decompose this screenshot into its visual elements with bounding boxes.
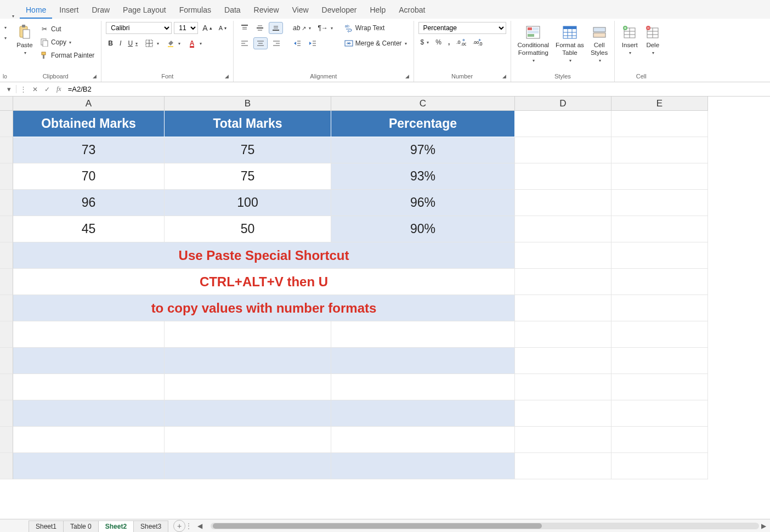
cell[interactable] [612, 190, 708, 216]
info-merged-cell[interactable]: to copy values with number formats [13, 295, 515, 321]
bold-button[interactable]: B [106, 38, 115, 48]
font-color-button[interactable]: A ▾ [185, 37, 204, 49]
orientation-button[interactable]: ab↗▾ [291, 23, 313, 33]
increase-font-button[interactable]: A▴ [200, 22, 214, 33]
font-size-select[interactable]: 11 [174, 22, 198, 34]
cell[interactable] [13, 453, 165, 479]
percent-format-button[interactable]: % [433, 37, 444, 47]
tab-home[interactable]: Home [20, 2, 52, 19]
align-bottom-button[interactable] [269, 22, 283, 34]
align-top-button[interactable] [238, 22, 251, 33]
italic-button[interactable]: I [117, 38, 123, 48]
cell[interactable] [612, 427, 708, 453]
cell[interactable] [515, 190, 612, 216]
sheet-tab-table-0[interactable]: Table 0 [63, 520, 99, 533]
row-header[interactable] [0, 163, 13, 190]
cell[interactable] [612, 269, 708, 295]
copy-button[interactable]: Copy ▾ [37, 36, 97, 48]
row-header[interactable] [0, 295, 13, 321]
row-header[interactable] [0, 190, 13, 216]
formula-input[interactable] [66, 84, 768, 94]
tab-page-layout[interactable]: Page Layout [117, 2, 172, 19]
table-cell[interactable]: 93% [331, 163, 515, 190]
tab-insert[interactable]: Insert [53, 2, 84, 19]
number-dialog-launcher[interactable]: ◢ [502, 73, 506, 79]
name-box-dropdown[interactable]: ▾ [2, 85, 16, 93]
tab-formulas[interactable]: Formulas [173, 2, 217, 19]
column-header-A[interactable]: A [13, 97, 165, 111]
tab-acrobat[interactable]: Acrobat [393, 2, 431, 19]
column-header-E[interactable]: E [612, 97, 708, 111]
sheet-tab-sheet1[interactable]: Sheet1 [29, 520, 64, 533]
table-cell[interactable]: 50 [165, 216, 331, 242]
cell[interactable] [515, 242, 612, 269]
row-header[interactable] [0, 348, 13, 374]
cell[interactable] [331, 348, 515, 374]
clipboard-dialog-launcher[interactable]: ◢ [93, 73, 97, 79]
tab-developer[interactable]: Developer [316, 2, 363, 19]
horizontal-scrollbar[interactable] [211, 523, 759, 529]
cell[interactable] [165, 427, 331, 453]
info-merged-cell[interactable]: CTRL+ALT+V then U [13, 269, 515, 295]
cell[interactable] [612, 374, 708, 400]
merge-center-button[interactable]: Merge & Center ▾ [342, 37, 409, 49]
ltr-button[interactable]: ¶→▾ [315, 23, 335, 33]
cell[interactable] [331, 321, 515, 348]
cell[interactable] [515, 374, 612, 400]
cell[interactable] [515, 453, 612, 479]
table-cell[interactable]: 73 [13, 137, 165, 163]
column-header-B[interactable]: B [165, 97, 331, 111]
cell[interactable] [515, 216, 612, 242]
table-cell[interactable]: 75 [165, 137, 331, 163]
align-left-button[interactable] [238, 38, 251, 49]
row-header[interactable] [0, 453, 13, 479]
cell[interactable] [515, 427, 612, 453]
number-format-select[interactable]: Percentage [418, 22, 506, 34]
table-cell[interactable]: 97% [331, 137, 515, 163]
table-header[interactable]: Obtained Marks [13, 111, 165, 137]
borders-button[interactable]: ▾ [142, 37, 161, 49]
table-cell[interactable]: 70 [13, 163, 165, 190]
scroll-right-button[interactable]: ▶ [759, 522, 768, 530]
comma-format-button[interactable]: , [446, 37, 452, 47]
sheet-tab-sheet3[interactable]: Sheet3 [133, 520, 168, 533]
align-right-button[interactable] [270, 38, 283, 49]
cancel-formula-button[interactable]: ✕ [30, 86, 40, 93]
tab-view[interactable]: View [286, 2, 315, 19]
row-header[interactable] [0, 400, 13, 427]
cell[interactable] [515, 137, 612, 163]
decrease-font-button[interactable]: A▾ [217, 24, 229, 32]
decrease-indent-button[interactable] [291, 38, 304, 49]
conditional-formatting-button[interactable]: Conditional Formatting▾ [516, 22, 552, 65]
tab-help[interactable]: Help [364, 2, 392, 19]
underline-button[interactable]: U▾ [126, 38, 140, 48]
cell[interactable] [612, 295, 708, 321]
row-header[interactable] [0, 374, 13, 400]
wrap-text-button[interactable]: ab Wrap Text [342, 22, 409, 34]
cell[interactable] [515, 321, 612, 348]
cell[interactable] [515, 295, 612, 321]
table-cell[interactable]: 96% [331, 190, 515, 216]
cell[interactable] [331, 374, 515, 400]
cell[interactable] [331, 453, 515, 479]
row-header[interactable] [0, 242, 13, 269]
table-header[interactable]: Total Marks [165, 111, 331, 137]
sheet-tab-sheet2[interactable]: Sheet2 [98, 520, 134, 533]
table-cell[interactable]: 45 [13, 216, 165, 242]
row-header[interactable] [0, 427, 13, 453]
cell[interactable] [515, 348, 612, 374]
increase-decimal-button[interactable]: .0.00 [454, 37, 468, 47]
tab-review[interactable]: Review [248, 2, 285, 19]
cell[interactable] [612, 242, 708, 269]
enter-formula-button[interactable]: ✓ [42, 86, 52, 93]
cell[interactable] [612, 111, 708, 137]
cell[interactable] [13, 374, 165, 400]
cell[interactable] [515, 269, 612, 295]
tab-draw[interactable]: Draw [86, 2, 116, 19]
alignment-dialog-launcher[interactable]: ◢ [405, 73, 409, 79]
cell[interactable] [612, 321, 708, 348]
cell[interactable] [515, 111, 612, 137]
delete-cells-button[interactable]: Dele▾ [642, 22, 663, 58]
column-header-C[interactable]: C [331, 97, 515, 111]
cell[interactable] [165, 348, 331, 374]
